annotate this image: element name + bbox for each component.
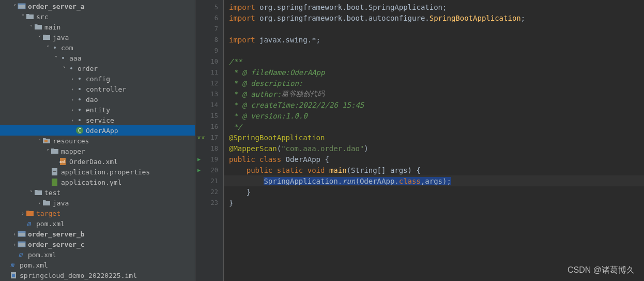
line-number[interactable]: 18 [195,143,223,154]
line-number[interactable]: 20▶ [195,165,223,175]
line-number[interactable]: 23 [195,197,223,208]
code-line[interactable]: * @ description: [224,78,644,88]
tree-row-application-yml[interactable]: application.yml [0,177,195,187]
tree-row-mapper[interactable]: ˅mapper [0,146,195,156]
line-number[interactable]: 6 [195,12,223,23]
tree-row-dao[interactable]: ›dao [0,94,195,105]
project-tree[interactable]: ˅order_server_a˅src˅main˅java˅com˅aaa˅or… [0,0,195,281]
tree-row-pom-xml[interactable]: mpom.xml [0,218,195,229]
tree-row-aaa[interactable]: ˅aaa [0,53,195,63]
line-number[interactable]: 15 [195,110,223,121]
code-token: import [229,14,259,22]
line-number[interactable]: 7 [195,23,223,34]
code-line[interactable]: * @ version:1.0.0 [224,110,644,121]
code-line[interactable]: * @ createTime:2022/2/26 15:45 [224,99,644,110]
tree-row-target[interactable]: ›target [0,208,195,218]
chevron-down-icon[interactable]: ˅ [61,66,67,71]
tree-label: springcloud_demo_20220225.iml [20,272,137,279]
line-number[interactable]: 8 [195,34,223,45]
line-number[interactable]: 9 [195,45,223,56]
tree-row-com[interactable]: ˅com [0,42,195,53]
package-icon [75,106,84,114]
chevron-down-icon[interactable]: ˅ [11,4,18,9]
code-line[interactable]: */ [224,121,644,132]
code-line[interactable]: import javax.swing.*; [224,34,644,45]
line-number[interactable]: 14 [195,99,223,110]
code-line[interactable]: SpringApplication.run(OderAApp.class,arg… [224,175,644,186]
chevron-down-icon[interactable]: ˅ [53,55,59,61]
chevron-down-icon[interactable]: ˅ [44,149,51,154]
tree-row-main[interactable]: ˅main [0,22,195,32]
tree-row-service[interactable]: ›service [0,115,195,125]
line-number[interactable]: 12 [195,78,223,88]
svg-point-6 [79,88,81,90]
code-line[interactable] [224,23,644,34]
chevron-right-icon[interactable]: › [69,76,75,82]
chevron-down-icon[interactable]: ˅ [44,45,51,51]
chevron-down-icon[interactable]: ˅ [28,24,34,30]
chevron-right-icon[interactable]: › [11,242,18,247]
code-line[interactable]: import org.springframework.boot.autoconf… [224,12,644,23]
chevron-down-icon[interactable]: ˅ [28,190,34,196]
spring-bean-icon[interactable]: ❦ [197,135,201,140]
line-number[interactable]: 17❦❦ [195,132,223,143]
tree-row-orderdao-xml[interactable]: xmlOrderDao.xml [0,156,195,167]
tree-row-config[interactable]: ›config [0,73,195,84]
line-number[interactable]: 16 [195,121,223,132]
code-token: 葛爷独创代码 [281,90,325,99]
tree-row-springcloud-demo-20220225-iml[interactable]: springcloud_demo_20220225.iml [0,270,195,280]
tree-row-controller[interactable]: ›controller [0,84,195,94]
tree-row-pom-xml[interactable]: mpom.xml [0,249,195,260]
chevron-right-icon[interactable]: › [20,211,26,216]
code-editor[interactable]: 567891011121314151617❦❦1819▶20▶212223 im… [195,0,644,281]
code-line[interactable]: @SpringBootApplication [224,132,644,143]
tree-label: test [44,189,60,197]
line-number[interactable]: 11 [195,67,223,78]
code-token: run [342,177,355,185]
line-number[interactable]: 19▶ [195,154,223,165]
chevron-right-icon[interactable]: › [69,86,75,92]
tree-row-java[interactable]: ›java [0,198,195,208]
tree-row-src[interactable]: ˅src [0,11,195,22]
tree-row-pom-xml[interactable]: mpom.xml [0,260,195,270]
chevron-right-icon[interactable]: › [36,200,42,206]
run-icon[interactable]: ▶ [197,167,201,173]
code-line[interactable]: * @ author:葛爷独创代码 [224,88,644,99]
code-line[interactable]: } [224,197,644,208]
chevron-down-icon[interactable]: ˅ [36,138,42,144]
code-line[interactable] [224,45,644,56]
code-line[interactable]: /** [224,56,644,67]
tree-label: order_server_b [28,230,85,238]
tree-row-order-server-b[interactable]: ›order_server_b [0,229,195,239]
chevron-down-icon[interactable]: ˅ [36,35,42,40]
run-icon[interactable]: ▶ [197,156,201,162]
code-line[interactable]: * @ fileName:OderAApp [224,67,644,78]
chevron-right-icon[interactable]: › [69,107,75,113]
tree-row-application-properties[interactable]: application.properties [0,167,195,177]
chevron-right-icon[interactable]: › [11,231,18,237]
line-number[interactable]: 5 [195,2,223,12]
code-line[interactable]: import org.springframework.boot.SpringAp… [224,2,644,12]
tree-row-oderaapp[interactable]: COderAApp [0,125,195,136]
tree-row-order-server-c[interactable]: ›order_server_c [0,239,195,249]
code-line[interactable]: public class OderAApp { [224,154,644,165]
line-number[interactable]: 21 [195,175,223,186]
code-line[interactable]: } [224,186,644,197]
tree-row-order-server-a[interactable]: ˅order_server_a [0,1,195,11]
chevron-right-icon[interactable]: › [69,117,75,123]
chevron-down-icon[interactable]: ˅ [20,14,26,20]
tree-row-resources[interactable]: ˅resources [0,136,195,146]
line-number[interactable]: 10 [195,56,223,67]
spring-bean-icon[interactable]: ❦ [202,135,205,140]
code-token: "com.aaa.order.dao" [281,144,364,153]
chevron-right-icon[interactable]: › [69,97,75,102]
code-area[interactable]: import org.springframework.boot.SpringAp… [224,0,644,281]
tree-row-order[interactable]: ˅order [0,63,195,73]
tree-row-test[interactable]: ˅test [0,187,195,198]
line-number[interactable]: 13 [195,88,223,99]
code-line[interactable]: public static void main(String[] args) { [224,165,644,175]
tree-row-entity[interactable]: ›entity [0,105,195,115]
tree-row-java[interactable]: ˅java [0,32,195,42]
code-line[interactable]: @MapperScan("com.aaa.order.dao") [224,143,644,154]
line-number[interactable]: 22 [195,186,223,197]
